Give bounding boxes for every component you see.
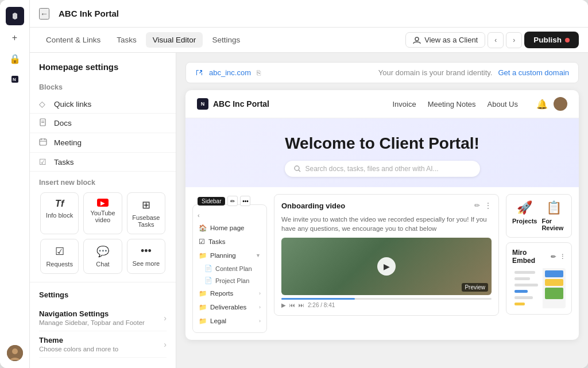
video-prev-icon[interactable]: ⏮ (289, 302, 295, 308)
insert-chat[interactable]: 💬 Chat (83, 239, 122, 274)
video-preview-badge: Preview (462, 283, 488, 292)
video-thumbnail[interactable]: ▶ Preview (281, 238, 492, 295)
top-bar: ← ABC Ink Portal (30, 0, 588, 28)
content-plan-icon: 📄 (204, 265, 212, 272)
portal-sidebar-content-plan[interactable]: 📄 Content Plan (193, 262, 266, 274)
block-tasks[interactable]: ☑ Tasks (30, 153, 176, 172)
nav-back-arrow[interactable]: ‹ (488, 32, 504, 48)
portal-sidebar-tasks-label: Tasks (208, 238, 225, 245)
projects-label: Projects (512, 218, 537, 224)
sidebar-edit-icon[interactable]: ✏ (227, 196, 238, 206)
nav-forward-arrow[interactable]: › (506, 32, 522, 48)
theme-settings-arrow: › (164, 340, 167, 349)
onboarding-video-card: Onboarding video ✏ ⋮ We invite you to wa… (274, 194, 499, 316)
miro-edit-icon[interactable]: ✏ (551, 253, 556, 261)
insert-fusebase[interactable]: ⊞ Fusebase Tasks (127, 192, 165, 234)
onboarding-more-icon[interactable]: ⋮ (485, 202, 492, 210)
blocks-section-label: Blocks (30, 79, 176, 95)
miro-more-icon[interactable]: ⋮ (559, 253, 566, 261)
planning-expand-icon: ▼ (256, 253, 261, 258)
tasks-icon: ☑ (39, 157, 48, 166)
portal-nav-about[interactable]: About Us (488, 100, 518, 109)
notchup-button[interactable]: N (7, 71, 23, 87)
block-quick-links[interactable]: ◇ Quick links (30, 95, 176, 114)
block-tasks-label: Tasks (54, 158, 74, 166)
miro-preview (512, 268, 566, 308)
project-plan-icon: 📄 (204, 277, 212, 284)
portal-topbar: N ABC Inc Portal Invoice Meeting Notes A… (185, 90, 579, 118)
user-avatar[interactable] (7, 345, 23, 361)
lock-button[interactable]: 🔒 (7, 51, 23, 67)
onboarding-card-desc: We invite you to watch the video we reco… (281, 215, 492, 233)
block-docs-label: Docs (54, 119, 72, 127)
video-next-icon[interactable]: ⏭ (299, 302, 304, 308)
video-play-button[interactable]: ▶ (377, 257, 396, 276)
add-button[interactable]: + (7, 30, 23, 46)
portal-sidebar-reports-label: Reports (210, 290, 233, 297)
portal-sidebar-reports[interactable]: 📁 Reports › (193, 286, 266, 300)
svg-line-13 (299, 170, 300, 172)
portal-sidebar-tasks[interactable]: ☑ Tasks (193, 235, 266, 249)
bell-icon[interactable]: 🔔 (536, 99, 548, 110)
svg-text:N: N (13, 77, 16, 82)
projects-icon: 🚀 (517, 200, 532, 215)
app-logo (6, 7, 24, 25)
projects-item[interactable]: 🚀 Projects (512, 200, 537, 231)
legal-icon: 📁 (199, 317, 207, 325)
sidebar-more-icon[interactable]: ••• (240, 196, 250, 206)
theme-settings-item[interactable]: Theme Choose colors and more to › (39, 331, 167, 358)
onboarding-edit-icon[interactable]: ✏ (474, 202, 480, 210)
portal-sidebar-project-plan-label: Project Plan (215, 277, 249, 284)
portal-nav-icons: 🔔 (536, 97, 567, 111)
insert-info-block[interactable]: Tf Info block (40, 192, 79, 234)
external-link-icon (195, 69, 203, 77)
nav-settings-item[interactable]: Navigation Settings Manage Sidebar, Topb… (39, 305, 167, 331)
portal-sidebar-collapse[interactable]: ‹ (193, 210, 266, 221)
insert-section-label: Insert new block (39, 179, 167, 187)
portal-sidebar-planning[interactable]: 📁 Planning ▼ (193, 249, 266, 262)
block-meeting[interactable]: Meeting (30, 133, 176, 153)
portal-search-bar[interactable]: Search docs, tasks, files and other with… (285, 161, 480, 177)
for-review-item[interactable]: 📋 For Review (541, 200, 566, 231)
domain-url[interactable]: abc_inc.com (209, 68, 251, 77)
svg-point-4 (415, 37, 419, 41)
insert-info-label: Info block (46, 212, 73, 219)
miro-embed-card: Miro Embed ✏ ⋮ (506, 242, 572, 315)
view-client-label: View as a Client (424, 36, 478, 44)
portal-title: ABC Ink Portal (59, 9, 119, 18)
portal-sidebar-project-plan[interactable]: 📄 Project Plan (193, 274, 266, 286)
portal-content: Sidebar ✏ ••• ‹ 🏠 Home page ☑ (185, 187, 579, 340)
insert-requests[interactable]: ☑ Requests (40, 239, 79, 274)
custom-domain-cta[interactable]: Get a custom domain (498, 68, 569, 77)
portal-sidebar-planning-label: Planning (210, 252, 236, 259)
docs-icon (39, 118, 48, 128)
portal-user-avatar (554, 97, 567, 111)
svg-point-12 (295, 166, 299, 171)
video-play-icon[interactable]: ▶ (281, 302, 286, 308)
portal-sidebar-home[interactable]: 🏠 Home page (193, 221, 266, 235)
view-as-client-button[interactable]: View as a Client (405, 32, 485, 48)
copy-icon[interactable]: ⎘ (257, 69, 261, 77)
back-button[interactable]: ← (39, 8, 49, 20)
block-docs[interactable]: Docs (30, 114, 176, 133)
portal-nav-meeting[interactable]: Meeting Notes (428, 100, 476, 109)
theme-settings-title: Theme (39, 336, 118, 344)
insert-youtube[interactable]: ▶ YouTube video (83, 192, 122, 234)
portal-sidebar-deliverables[interactable]: 📁 Deliverables › (193, 300, 266, 314)
tab-visual-editor[interactable]: Visual Editor (146, 32, 203, 48)
insert-see-more[interactable]: ••• See more (127, 239, 165, 274)
chat-icon: 💬 (96, 245, 109, 258)
insert-requests-label: Requests (46, 261, 72, 268)
deliverables-icon: 📁 (199, 303, 207, 311)
nav-arrows: ‹ › (488, 32, 522, 48)
portal-nav-invoice[interactable]: Invoice (392, 100, 416, 109)
portal-preview-frame: N ABC Inc Portal Invoice Meeting Notes A… (185, 90, 579, 340)
tab-content[interactable]: Content & Links (39, 32, 107, 48)
tab-settings[interactable]: Settings (205, 32, 247, 48)
portal-sidebar-legal[interactable]: 📁 Legal › (193, 314, 266, 328)
reports-icon: 📁 (199, 289, 207, 297)
publish-label: Publish (533, 36, 562, 44)
for-review-icon: 📋 (546, 200, 562, 215)
publish-button[interactable]: Publish (524, 32, 579, 48)
tab-tasks[interactable]: Tasks (110, 32, 144, 48)
